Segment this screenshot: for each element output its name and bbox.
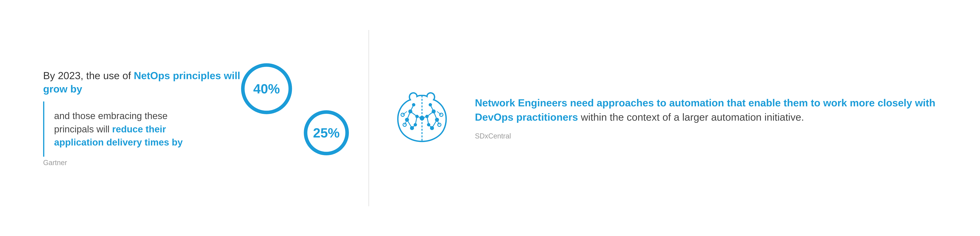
quote-suffix: within the context of a larger automatio… — [578, 111, 804, 123]
svg-line-21 — [432, 120, 437, 128]
intro-prefix: By 2023, the use of — [43, 70, 134, 81]
svg-line-7 — [407, 111, 410, 120]
bordered-text-box: and those embracing these principals wil… — [43, 101, 220, 157]
percent-25: 25% — [313, 125, 340, 141]
right-text-block: Network Engineers need approaches to aut… — [475, 96, 945, 141]
svg-point-27 — [420, 116, 424, 120]
svg-line-9 — [410, 111, 417, 117]
svg-line-8 — [407, 120, 412, 128]
circle-25: 25% — [304, 110, 349, 155]
body-text: and those embracing these principals wil… — [54, 109, 210, 149]
source-label-right: SDxCentral — [475, 132, 511, 140]
text-column: By 2023, the use of NetOps principles wi… — [35, 69, 261, 167]
circles-column: 40% 25% — [249, 69, 349, 155]
circle-40: 40% — [241, 63, 292, 114]
right-section: Network Engineers need approaches to aut… — [389, 85, 945, 151]
brain-circuit-icon — [389, 85, 455, 151]
vertical-divider — [369, 30, 369, 206]
source-label: Gartner — [43, 158, 261, 167]
intro-text: By 2023, the use of NetOps principles wi… — [35, 69, 261, 95]
svg-line-22 — [427, 111, 434, 117]
svg-line-20 — [434, 111, 437, 120]
brain-icon-wrapper — [389, 85, 455, 151]
row1: By 2023, the use of NetOps principles wi… — [35, 69, 349, 167]
percent-40: 40% — [253, 81, 280, 97]
left-section: By 2023, the use of NetOps principles wi… — [35, 69, 349, 167]
page-container: By 2023, the use of NetOps principles wi… — [20, 10, 960, 226]
main-quote: Network Engineers need approaches to aut… — [475, 96, 945, 124]
